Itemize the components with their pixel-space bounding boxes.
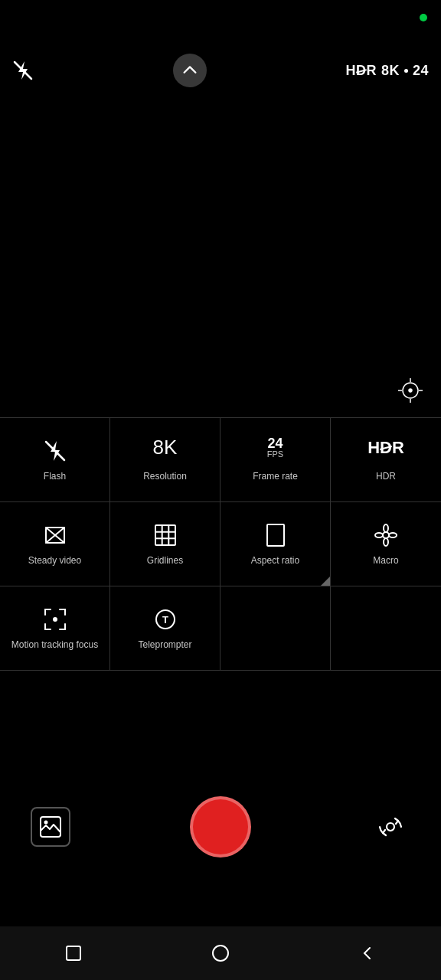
back-button[interactable] (354, 939, 381, 967)
svg-point-23 (389, 533, 397, 537)
flash-off-icon[interactable] (12, 60, 34, 81)
resolution-indicator: 8K (381, 63, 400, 79)
gridlines-setting[interactable]: Gridlines (110, 502, 220, 586)
svg-point-31 (213, 946, 228, 961)
motion-tracking-setting[interactable]: Motion tracking focus (0, 586, 110, 671)
svg-text:T: T (162, 614, 168, 626)
framerate-indicator: 24 (413, 63, 429, 79)
collapse-button[interactable] (173, 54, 207, 87)
recent-apps-button[interactable] (60, 939, 87, 967)
svg-rect-18 (267, 524, 284, 546)
steady-video-setting[interactable]: Steady video (0, 502, 110, 586)
hdr-label: HDR (376, 471, 396, 483)
record-button[interactable] (190, 796, 251, 858)
aspect-ratio-label: Aspect ratio (251, 555, 299, 567)
motion-tracking-icon (43, 606, 67, 633)
resolution-icon: 8K (153, 437, 178, 465)
gridlines-icon (153, 521, 178, 549)
svg-point-29 (387, 823, 394, 831)
frame-rate-icon: 24 FPS (267, 437, 283, 465)
top-right-info: HDR 8K 24 (345, 63, 429, 79)
gridlines-label: Gridlines (147, 555, 183, 567)
nav-bar (0, 926, 441, 980)
separator-dot (404, 69, 408, 73)
corner-indicator (321, 577, 330, 586)
svg-rect-13 (155, 525, 175, 545)
svg-rect-30 (67, 946, 80, 960)
teleprompter-label: Teleprompter (138, 639, 191, 652)
resolution-label: Resolution (143, 471, 187, 483)
hdr-indicator: HDR (345, 63, 377, 79)
macro-icon (374, 521, 398, 549)
svg-point-19 (383, 532, 389, 538)
svg-point-28 (44, 821, 48, 825)
svg-point-3 (409, 389, 412, 392)
hdr-setting[interactable]: HDR HDR (331, 418, 441, 502)
flash-setting[interactable]: Flash (0, 418, 110, 502)
aspect-ratio-icon (265, 521, 286, 549)
gallery-button[interactable] (31, 807, 70, 847)
teleprompter-setting[interactable]: T Teleprompter (110, 586, 220, 671)
flip-camera-button[interactable] (371, 807, 410, 847)
flash-off-grid-icon (44, 437, 67, 465)
empty-cell-2 (331, 586, 441, 671)
empty-cell-1 (220, 586, 331, 671)
settings-grid: Flash 8K Resolution 24 FPS Frame rate HD… (0, 417, 441, 671)
home-button[interactable] (207, 939, 234, 967)
steady-video-label: Steady video (28, 555, 81, 567)
motion-tracking-label: Motion tracking focus (11, 639, 98, 650)
hdr-grid-icon: HDR (368, 437, 404, 465)
flash-label: Flash (44, 471, 66, 483)
resolution-setting[interactable]: 8K Resolution (110, 418, 220, 502)
frame-rate-label: Frame rate (253, 471, 298, 483)
svg-point-24 (54, 618, 57, 621)
status-dot (420, 14, 427, 21)
teleprompter-icon: T (153, 606, 178, 633)
svg-point-21 (384, 538, 388, 546)
macro-setting[interactable]: Macro (331, 502, 441, 586)
aspect-ratio-setting[interactable]: Aspect ratio (220, 502, 331, 586)
focus-ring-icon (395, 375, 426, 406)
svg-point-22 (375, 533, 383, 537)
steady-video-icon (43, 521, 67, 549)
bottom-controls (0, 796, 441, 858)
frame-rate-setting[interactable]: 24 FPS Frame rate (220, 418, 331, 502)
macro-label: Macro (373, 555, 398, 567)
top-bar: HDR 8K 24 (0, 54, 441, 87)
svg-point-20 (384, 524, 388, 532)
